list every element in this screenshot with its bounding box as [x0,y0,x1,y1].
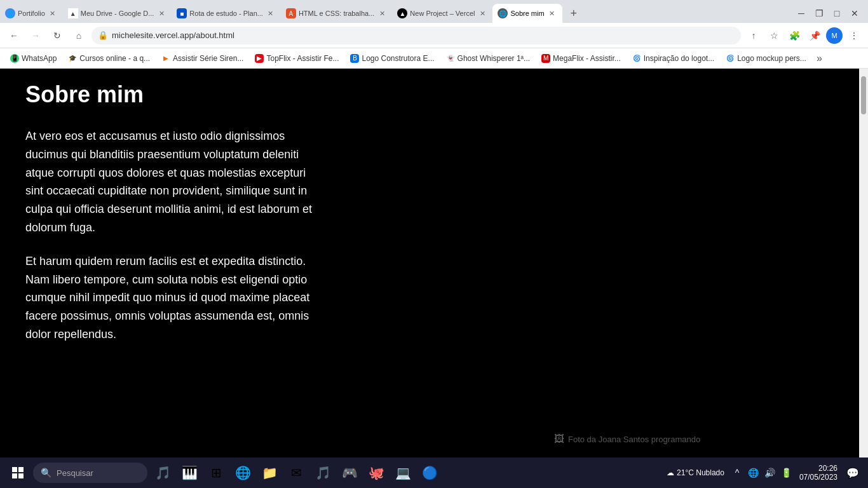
back-button[interactable]: ← [5,27,23,44]
taskbar-app-github[interactable]: 🐙 [363,460,389,485]
weather-text: 21°C Nublado [677,468,724,477]
paragraph-1: At vero eos et accusamus et iusto odio d… [25,127,318,237]
taskbar-app-edge[interactable]: 🌐 [230,460,255,485]
bookmark-favicon: M [541,54,550,63]
extension-icon[interactable]: 🧩 [785,27,803,44]
taskbar-app-chrome[interactable]: 🔵 [417,460,442,485]
taskbar-app-mail[interactable]: ✉ [283,460,309,485]
tab-tab-sobre[interactable]: 🌐 Sobre mim ✕ [492,4,562,23]
bookmark-bm-cursos[interactable]: 🎓 Cursos online - a q... [63,51,155,66]
start-button[interactable] [5,460,31,485]
page-body-text: At vero eos et accusamus et iusto odio d… [25,127,318,344]
bookmark-favicon: 👻 [446,54,455,63]
bookmark-bm-ghost[interactable]: 👻 Ghost Whisperer 1ª... [441,51,535,66]
menu-icon[interactable]: ⋮ [845,27,863,44]
scrollbar-thumb[interactable] [861,76,866,114]
clock-time: 20:26 [799,464,837,473]
page-right: 🖼 Foto da Joana Santos programando [541,69,859,458]
app-icon: 🎮 [342,465,358,480]
notification-button[interactable]: 💬 [843,463,863,483]
taskbar-app-taskview[interactable]: ⊞ [203,460,229,485]
taskbar-app-files[interactable]: 📁 [257,460,282,485]
app-icon: 💻 [395,465,411,480]
tab-tab-html[interactable]: A HTML e CSS: trabalha... ✕ [281,4,392,23]
network-icon[interactable]: 🌐 [746,465,761,480]
bookmark-label: Ghost Whisperer 1ª... [458,54,530,63]
address-bar[interactable]: 🔒 michelesite.vercel.app/about.html [92,27,741,44]
taskbar-app-gaming[interactable]: 🎮 [337,460,362,485]
bookmark-favicon: B [350,54,359,63]
app-icon: 🌐 [235,465,251,480]
bookmark-bm-inspire[interactable]: 🌀 Inspiração do logot... [627,51,719,66]
pin-icon[interactable]: 📌 [806,27,824,44]
bookmark-favicon: 🌀 [726,54,735,63]
tab-close-button[interactable]: ✕ [547,8,557,18]
forward-button[interactable]: → [27,27,44,44]
paragraph-2: Et harum quidem rerum facilis est et exp… [25,252,318,344]
tab-close-button[interactable]: ✕ [377,8,387,18]
tab-close-button[interactable]: ✕ [48,8,58,18]
bookmark-label: TopFlix - Assistir Fe... [266,54,339,63]
bookmark-bm-topflix[interactable]: ▶ TopFlix - Assistir Fe... [250,51,344,66]
search-text: Pesquisar [57,468,93,478]
taskbar-app-spotify[interactable]: 🎵 [310,460,336,485]
bookmark-bm-mockup[interactable]: 🌀 Logo mockup pers... [721,51,811,66]
scrollbar[interactable] [859,69,868,458]
battery-icon[interactable]: 🔋 [779,465,794,480]
taskbar-apps: 🎵🎹⊞🌐📁✉🎵🎮🐙💻🔵 [150,460,664,485]
cascade-button[interactable]: ❐ [811,5,827,22]
taskbar-search[interactable]: 🔍 Pesquisar [33,463,147,483]
bookmarks-more-button[interactable]: » [813,51,826,65]
bookmark-label: Logo mockup pers... [737,54,806,63]
bookmark-bm-logo[interactable]: B Logo Construtora E... [345,51,439,66]
image-placeholder: 🖼 Foto da Joana Santos programando [554,433,700,445]
profile-icon[interactable]: M [826,27,843,44]
tab-tab-portfolio[interactable]: 🌐 Portifolio ✕ [0,4,63,23]
tab-tab-vercel[interactable]: ▲ New Project – Vercel ✕ [392,4,492,23]
reload-button[interactable]: ↻ [48,27,66,44]
search-icon: 🔍 [41,468,51,478]
bookmark-label: Inspiração do logot... [644,54,714,63]
bookmark-bm-whatsapp[interactable]: 📱 WhatsApp [5,51,62,66]
new-tab-button[interactable]: + [565,4,583,22]
window-controls: ─ ❐ □ ✕ [788,4,868,23]
home-button[interactable]: ⌂ [70,27,88,44]
title-bar: 🌐 Portifolio ✕ ▲ Meu Drive - Google D...… [0,0,868,23]
app-icon: 🎹 [182,465,198,480]
svg-rect-3 [18,473,24,478]
broken-image-icon: 🖼 [554,433,564,445]
bookmark-bm-mega[interactable]: M MegaFlix - Assistir... [536,51,626,66]
address-text: michelesite.vercel.app/about.html [112,30,735,40]
content-area: Sobre mim At vero eos et accusamus et iu… [0,69,868,458]
clock-date: 07/05/2023 [799,473,837,482]
tabs-container: 🌐 Portifolio ✕ ▲ Meu Drive - Google D...… [0,4,788,23]
weather-icon: ☁ [667,468,674,477]
app-icon: ✉ [291,465,302,480]
taskbar-app-media[interactable]: 🎵 [150,460,175,485]
tab-favicon: A [286,8,296,18]
close-button[interactable]: ✕ [846,5,863,22]
bookmark-label: MegaFlix - Assistir... [553,54,621,63]
tab-close-button[interactable]: ✕ [156,8,166,18]
page-title: Sobre mim [25,81,516,108]
app-icon: 🔵 [422,465,438,480]
maximize-button[interactable]: □ [829,5,845,22]
taskbar-app-vscode[interactable]: 💻 [390,460,416,485]
bookmark-label: Logo Construtora E... [362,54,434,63]
tab-favicon: 🌐 [498,8,508,18]
tab-label: HTML e CSS: trabalha... [299,10,374,17]
taskbar-clock[interactable]: 20:26 07/05/2023 [799,464,837,482]
bookmark-bm-siren[interactable]: ▶ Assistir Série Siren... [156,51,248,66]
bookmark-label: WhatsApp [22,54,57,63]
tab-tab-drive[interactable]: ▲ Meu Drive - Google D... ✕ [63,4,172,23]
minimize-button[interactable]: ─ [793,5,810,22]
tab-tab-rota[interactable]: ■ Rota de estudo - Plan... ✕ [172,4,281,23]
volume-icon[interactable]: 🔊 [763,465,778,480]
chevron-up-icon[interactable]: ^ [729,465,745,480]
bookmark-star-icon[interactable]: ☆ [765,27,783,44]
tab-close-button[interactable]: ✕ [477,8,487,18]
taskbar-right: ☁ 21°C Nublado ^ 🌐 🔊 🔋 20:26 07/05/2023 … [667,463,863,483]
tab-close-button[interactable]: ✕ [266,8,276,18]
taskbar-app-task[interactable]: 🎹 [177,460,202,485]
download-icon[interactable]: ↑ [745,27,763,44]
